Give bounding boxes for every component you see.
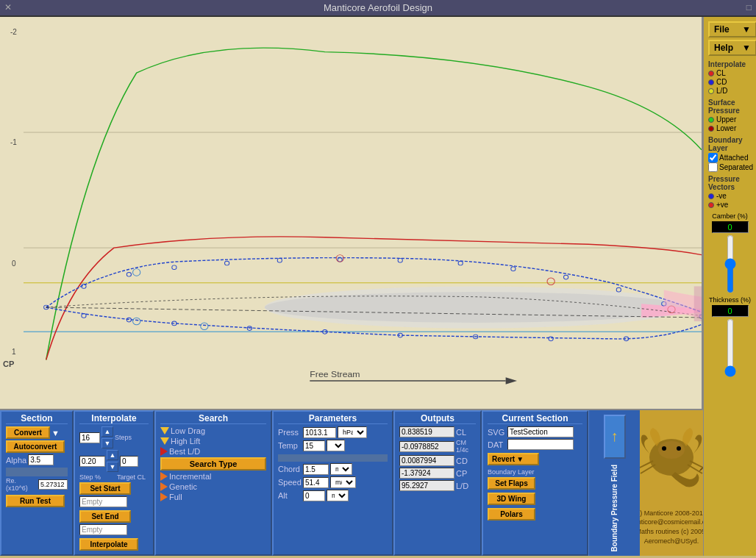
upper-legend-label: Upper bbox=[716, 115, 736, 124]
boundary-layer-legend: Boundary Layer Attached Separated bbox=[705, 135, 755, 174]
camber-slider[interactable] bbox=[724, 235, 736, 293]
attached-checkbox[interactable] bbox=[708, 153, 718, 162]
interpolate-button[interactable]: Interpolate bbox=[79, 538, 138, 551]
temp-input[interactable] bbox=[303, 440, 325, 451]
neg-ve-dot bbox=[708, 193, 714, 199]
svg-name-input[interactable] bbox=[507, 426, 574, 437]
convert-dropdown-icon[interactable]: ▼ bbox=[51, 429, 60, 437]
run-test-button[interactable]: Run Test bbox=[6, 495, 65, 507]
boundary-up-button[interactable]: ↑ bbox=[604, 415, 626, 459]
cd-output-label: CD bbox=[456, 457, 468, 465]
outputs-panel: Outputs CL CM 1/4c CD CP bbox=[393, 410, 482, 556]
convert-button[interactable]: Convert bbox=[6, 426, 50, 439]
set-flaps-button[interactable]: Set Flaps bbox=[488, 477, 535, 490]
incremental-arrow[interactable] bbox=[160, 472, 168, 481]
y-label-neg2: -2 bbox=[10, 28, 17, 36]
interpolate-legend: Interpolate CL CD L/D bbox=[705, 59, 755, 97]
parameters-title: Parameters bbox=[278, 413, 388, 424]
help-dropdown-icon: ▼ bbox=[742, 43, 751, 53]
steppct-down-btn[interactable]: ▼ bbox=[107, 462, 118, 472]
cp-output-label: CP bbox=[456, 469, 467, 478]
speed-input[interactable] bbox=[303, 477, 329, 488]
genetic-label: Genetic bbox=[169, 482, 197, 491]
right-panel: File ▼ Help ▼ Interpolate CL CD L/D bbox=[703, 17, 756, 556]
svg-point-48 bbox=[677, 446, 681, 451]
chord-input[interactable] bbox=[303, 464, 329, 475]
full-arrow[interactable] bbox=[160, 493, 168, 501]
parameters-panel: Parameters Press hPa Temp C Chord m. bbox=[272, 410, 393, 556]
pos-ve-label: +ve bbox=[716, 201, 728, 209]
close-button[interactable]: ✕ bbox=[4, 2, 12, 12]
low-drag-arrow[interactable] bbox=[160, 427, 169, 434]
incremental-label: Incremental bbox=[169, 472, 211, 481]
autoconvert-button[interactable]: Autoconvert bbox=[6, 440, 65, 453]
re-input[interactable] bbox=[38, 479, 68, 490]
ld-dot bbox=[708, 88, 714, 94]
alpha-input[interactable] bbox=[28, 454, 54, 465]
step-pct-input[interactable] bbox=[79, 456, 105, 467]
best-ld-label: Best L/D bbox=[169, 447, 200, 456]
thickness-slider[interactable] bbox=[724, 318, 736, 377]
ld-legend-label: L/D bbox=[716, 87, 728, 95]
steps-down-btn[interactable]: ▼ bbox=[101, 438, 113, 448]
surface-pressure-legend: Surface Pressure Upper Lower bbox=[705, 97, 755, 135]
lower-legend-label: Lower bbox=[716, 124, 736, 132]
interpolate-title: Interpolate bbox=[79, 413, 149, 424]
speed-unit-select[interactable]: m/s bbox=[330, 476, 356, 488]
thickness-value-display bbox=[712, 305, 749, 317]
polars-button[interactable]: Polars bbox=[488, 508, 535, 521]
temp-unit-select[interactable]: C bbox=[327, 440, 345, 451]
3d-wing-button[interactable]: 3D Wing bbox=[488, 493, 535, 505]
current-section-title: Current Section bbox=[488, 413, 582, 424]
target-cl-label: Target CL bbox=[117, 473, 146, 481]
file-dropdown-icon: ▼ bbox=[742, 24, 751, 35]
separated-label: Separated bbox=[719, 163, 753, 171]
upper-dot bbox=[708, 117, 714, 123]
app-title: Manticore Aerofoil Design bbox=[324, 2, 432, 13]
thickness-section: Thickness (%) bbox=[705, 295, 755, 379]
camber-section: Camber (%) bbox=[705, 211, 755, 295]
camber-label: Camber (%) bbox=[712, 212, 748, 220]
camber-value-display bbox=[712, 221, 749, 233]
cl-dot bbox=[708, 71, 714, 76]
empty2-display: Empty bbox=[79, 524, 127, 535]
empty1-display: Empty bbox=[79, 496, 127, 507]
search-type-label: Search Type bbox=[160, 457, 266, 471]
boundary-layer-label: Boundary Layer bbox=[708, 136, 752, 152]
re-label: Re.(x10^6) bbox=[6, 477, 37, 492]
revert-button[interactable]: Revert ▼ bbox=[488, 453, 539, 465]
set-end-button[interactable]: Set End bbox=[79, 510, 131, 523]
target-cl-input[interactable] bbox=[120, 456, 138, 467]
maximize-button[interactable]: □ bbox=[746, 2, 752, 12]
press-unit-select[interactable]: hPa bbox=[338, 426, 367, 438]
file-menu-button[interactable]: File ▼ bbox=[708, 21, 756, 37]
high-lift-arrow[interactable] bbox=[160, 437, 169, 445]
cd-legend-label: CD bbox=[716, 78, 727, 86]
cm-output-label: CM 1/4c bbox=[456, 439, 476, 454]
press-input[interactable] bbox=[303, 427, 336, 438]
svg-label: SVG bbox=[488, 428, 506, 437]
cl-output-label: CL bbox=[456, 428, 466, 437]
alt-input[interactable] bbox=[303, 490, 325, 501]
steppct-up-btn[interactable]: ▲ bbox=[107, 450, 118, 460]
best-ld-arrow[interactable] bbox=[160, 447, 168, 456]
steps-up-btn[interactable]: ▲ bbox=[101, 426, 113, 437]
menu-bar: File ▼ Help ▼ bbox=[705, 18, 755, 59]
ld-output-label: L/D bbox=[456, 482, 468, 490]
dat-input[interactable] bbox=[507, 439, 574, 450]
y-label-0: 0 bbox=[12, 260, 16, 268]
alt-unit-select[interactable]: m. bbox=[327, 490, 349, 501]
cl-output bbox=[399, 426, 454, 437]
genetic-arrow[interactable] bbox=[160, 482, 168, 491]
current-section-panel: Current Section SVG DAT Revert ▼ Bounda bbox=[482, 410, 588, 556]
set-start-button[interactable]: Set Start bbox=[79, 482, 131, 495]
svg-point-47 bbox=[662, 446, 666, 451]
separated-checkbox[interactable] bbox=[708, 162, 718, 172]
thickness-label: Thickness (%) bbox=[709, 296, 751, 304]
steps-input[interactable] bbox=[79, 432, 100, 443]
cp-output bbox=[399, 468, 454, 479]
cl-legend-label: CL bbox=[716, 69, 726, 77]
chord-unit-select[interactable]: m. bbox=[330, 463, 352, 475]
surface-pressure-label: Surface Pressure bbox=[708, 99, 752, 115]
help-menu-button[interactable]: Help ▼ bbox=[708, 40, 756, 56]
